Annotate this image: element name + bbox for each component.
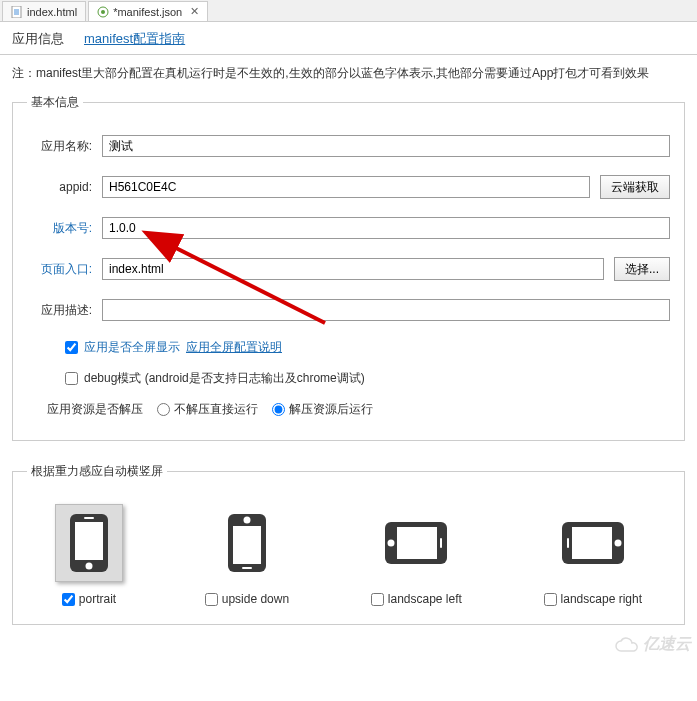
orient-label-text: upside down	[222, 592, 289, 606]
radio-label-unpack: 解压资源后运行	[289, 401, 373, 418]
link-fullscreen-help[interactable]: 应用全屏配置说明	[186, 339, 282, 356]
checkbox-portrait[interactable]	[62, 593, 75, 606]
config-note: 注：manifest里大部分配置在真机运行时是不生效的,生效的部分以蓝色字体表示…	[0, 55, 697, 94]
checkbox-landscape-right[interactable]	[544, 593, 557, 606]
panel-legend: 基本信息	[27, 94, 83, 111]
panel-basic-info: 基本信息 应用名称: appid: 云端获取 版本号: 页面入口: 选择... …	[12, 94, 685, 441]
label-debug: debug模式 (android是否支持日志输出及chrome调试)	[84, 370, 365, 387]
svg-point-9	[243, 517, 250, 524]
svg-rect-10	[242, 567, 252, 569]
file-tab-label: *manifest.json	[113, 6, 182, 18]
phone-landscape-right-icon	[560, 520, 626, 566]
editor-sub-tabs: 应用信息 manifest配置指南	[0, 22, 697, 55]
orient-upside[interactable]: upside down	[205, 504, 289, 606]
file-tabs-bar: index.html *manifest.json ✕	[0, 0, 697, 22]
input-version[interactable]	[102, 217, 670, 239]
json-file-icon	[97, 6, 109, 18]
svg-rect-6	[84, 517, 94, 519]
file-tab-index[interactable]: index.html	[2, 1, 86, 21]
orient-landscape-left[interactable]: landscape left	[371, 504, 462, 606]
radio-no-unpack[interactable]	[157, 403, 170, 416]
panel-legend: 根据重力感应自动横竖屏	[27, 463, 167, 480]
label-fullscreen: 应用是否全屏显示	[84, 339, 180, 356]
label-desc: 应用描述:	[27, 302, 92, 319]
input-appid[interactable]	[102, 176, 590, 198]
orient-landscape-right[interactable]: landscape right	[544, 504, 642, 606]
file-tab-label: index.html	[27, 6, 77, 18]
svg-rect-18	[567, 538, 569, 548]
svg-rect-12	[397, 527, 437, 559]
svg-rect-16	[572, 527, 612, 559]
label-appid: appid:	[27, 180, 92, 194]
input-entry[interactable]	[102, 258, 604, 280]
checkbox-upside[interactable]	[205, 593, 218, 606]
svg-rect-4	[75, 522, 103, 560]
checkbox-landscape-left[interactable]	[371, 593, 384, 606]
cloud-icon	[615, 637, 641, 653]
svg-point-17	[614, 540, 621, 547]
file-tab-manifest[interactable]: *manifest.json ✕	[88, 1, 208, 21]
orient-label-text: landscape left	[388, 592, 462, 606]
svg-point-13	[388, 540, 395, 547]
svg-point-5	[86, 563, 93, 570]
phone-landscape-left-icon	[383, 520, 449, 566]
orient-label-text: landscape right	[561, 592, 642, 606]
label-unpack: 应用资源是否解压	[47, 401, 143, 418]
phone-portrait-icon	[68, 512, 110, 574]
radio-unpack[interactable]	[272, 403, 285, 416]
html-file-icon	[11, 6, 23, 18]
sub-tab-appinfo[interactable]: 应用信息	[12, 30, 64, 48]
phone-upside-icon	[226, 512, 268, 574]
button-cloud-fetch[interactable]: 云端获取	[600, 175, 670, 199]
svg-point-2	[101, 10, 105, 14]
radio-label-no-unpack: 不解压直接运行	[174, 401, 258, 418]
sub-tab-guide[interactable]: manifest配置指南	[84, 30, 185, 48]
label-version[interactable]: 版本号:	[27, 220, 92, 237]
checkbox-fullscreen[interactable]	[65, 341, 78, 354]
svg-rect-8	[233, 526, 261, 564]
label-entry[interactable]: 页面入口:	[27, 261, 92, 278]
orient-label-text: portrait	[79, 592, 116, 606]
orient-portrait[interactable]: portrait	[55, 504, 123, 606]
input-desc[interactable]	[102, 299, 670, 321]
checkbox-debug[interactable]	[65, 372, 78, 385]
panel-orientation: 根据重力感应自动横竖屏 portrait	[12, 463, 685, 625]
input-app-name[interactable]	[102, 135, 670, 157]
button-select[interactable]: 选择...	[614, 257, 670, 281]
close-icon[interactable]: ✕	[190, 5, 199, 18]
svg-rect-14	[440, 538, 442, 548]
label-app-name: 应用名称:	[27, 138, 92, 155]
watermark: 亿速云	[615, 634, 691, 655]
